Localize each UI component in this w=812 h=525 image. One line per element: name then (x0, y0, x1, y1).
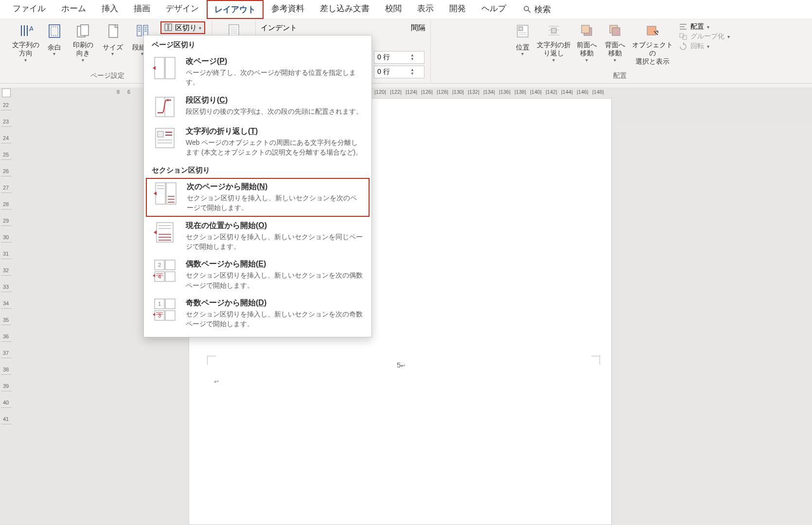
tab-view[interactable]: 表示 (409, 0, 441, 19)
orientation-button[interactable]: 印刷の 向き▾ (67, 20, 99, 63)
break-page-thumb-icon (152, 56, 178, 80)
group-button[interactable]: グループ化▾ (679, 32, 730, 41)
svg-rect-17 (169, 24, 172, 31)
tab-home[interactable]: ホーム (53, 0, 94, 19)
group-icon (679, 33, 688, 40)
break-next-page-thumb-icon (153, 182, 179, 205)
position-icon (514, 22, 531, 39)
breaks-icon (164, 23, 173, 32)
send-backward-button[interactable]: 背面へ 移動▾ (601, 20, 629, 63)
tab-layout[interactable]: レイアウト (207, 0, 264, 19)
breaks-dropdown: ページ区切り 改ページ(P) ページが終了し、次のページが開始する位置を指定しま… (143, 35, 372, 337)
tab-developer[interactable]: 開発 (441, 0, 474, 19)
spacing-after-input[interactable] (374, 67, 410, 77)
tab-draw[interactable]: 描画 (126, 0, 158, 19)
svg-rect-43 (165, 57, 175, 79)
svg-rect-9 (143, 25, 148, 36)
size-label: サイズ (103, 43, 123, 52)
bring-forward-icon (579, 22, 595, 39)
align-icon (679, 23, 688, 31)
margins-icon (46, 22, 63, 39)
svg-rect-67 (165, 260, 175, 270)
wrap-text-icon (546, 22, 562, 39)
spacing-after-spinner[interactable]: ▲▼ (374, 66, 424, 78)
chevron-down-icon: ▾ (199, 25, 201, 31)
dropdown-header-section-breaks: セクション区切り (144, 161, 371, 178)
svg-rect-16 (165, 24, 168, 31)
tab-file[interactable]: ファイル (5, 0, 53, 19)
search-box[interactable]: 検索 (523, 4, 551, 15)
selection-pane-icon (644, 22, 661, 39)
break-text-wrap-item[interactable]: 文字列の折り返し(T) Web ページのオブジェクトの周囲にある文字列を分離しま… (144, 122, 371, 161)
search-label: 検索 (534, 4, 551, 15)
svg-point-0 (524, 6, 529, 11)
svg-rect-24 (519, 27, 523, 31)
svg-rect-72 (165, 272, 175, 281)
svg-rect-36 (647, 26, 656, 35)
group-caption-arrange: 配置 (613, 70, 627, 83)
break-column-item[interactable]: 段区切り(C) 段区切りの後の文字列は、次の段の先頭に配置されます。 (144, 91, 371, 122)
text-direction-button[interactable]: A 文字列の 方向▾ (10, 20, 42, 63)
position-button[interactable]: 位置▾ (511, 20, 535, 59)
svg-rect-4 (51, 27, 58, 35)
break-odd-page-item[interactable]: 13 奇数ページから開始(D) セクション区切りを挿入し、新しいセクションを次の… (144, 294, 371, 333)
svg-rect-33 (582, 25, 589, 33)
svg-text:2: 2 (158, 262, 161, 268)
spacing-before-spinner[interactable]: ▲▼ (374, 51, 424, 64)
ruler-corner-icon (2, 88, 11, 97)
ruler-vertical[interactable]: 2223242526272829303132333435363738394041 (0, 98, 13, 525)
margins-label: 余白 (48, 43, 61, 52)
svg-rect-47 (158, 131, 163, 137)
spinner-down-icon[interactable]: ▼ (410, 72, 419, 76)
svg-text:A: A (29, 25, 33, 33)
breaks-button[interactable]: 区切り ▾ (160, 21, 205, 34)
svg-rect-80 (165, 311, 175, 320)
tab-mailings[interactable]: 差し込み文書 (312, 0, 377, 19)
tab-design[interactable]: デザイン (158, 0, 207, 19)
svg-rect-53 (166, 183, 176, 204)
break-next-page-item[interactable]: 次のページから開始(N) セクション区切りを挿入し、新しいセクションを次のページ… (146, 178, 370, 217)
break-odd-page-thumb-icon: 13 (152, 298, 178, 321)
size-button[interactable]: サイズ▾ (99, 20, 126, 59)
svg-text:4: 4 (158, 274, 161, 280)
svg-text:3: 3 (158, 313, 161, 318)
tab-references[interactable]: 参考資料 (264, 0, 312, 19)
bring-forward-label: 前面へ 移動 (577, 41, 597, 57)
rotate-label: 回転 (690, 42, 704, 51)
break-column-thumb-icon (152, 95, 178, 119)
align-label: 配置 (690, 22, 704, 31)
svg-rect-3 (49, 25, 60, 37)
tab-review[interactable]: 校閲 (377, 0, 409, 19)
svg-line-1 (528, 10, 530, 13)
orientation-label: 印刷の 向き (73, 41, 93, 57)
selection-pane-button[interactable]: オブジェクトの 選択と表示 (629, 20, 676, 65)
document-canvas[interactable]: 5↩ ↩ (13, 98, 812, 525)
break-even-page-item[interactable]: 24 偶数ページから開始(E) セクション区切りを挿入し、新しいセクションを次の… (144, 255, 371, 294)
dropdown-header-page-breaks: ページ区切り (144, 35, 371, 52)
wrap-text-button[interactable]: 文字列の折 り返し▾ (535, 20, 573, 63)
break-text-wrap-thumb-icon (152, 126, 178, 150)
ruler-horizontal[interactable]: 86|120||122||124||126||128||130||132||13… (0, 88, 812, 98)
break-page-item[interactable]: 改ページ(P) ページが終了し、次のページが開始する位置を指定します。 (144, 52, 371, 91)
tab-help[interactable]: ヘルプ (474, 0, 514, 19)
svg-text:1: 1 (158, 301, 161, 307)
group-label: グループ化 (690, 32, 724, 41)
break-even-page-thumb-icon: 24 (152, 259, 178, 282)
margins-button[interactable]: 余白▾ (42, 20, 67, 59)
position-label: 位置 (516, 43, 530, 52)
selection-pane-label: オブジェクトの 選択と表示 (630, 41, 675, 65)
tab-insert[interactable]: 挿入 (94, 0, 126, 19)
text-direction-icon: A (18, 22, 34, 39)
align-button[interactable]: 配置▾ (679, 22, 730, 31)
spinner-down-icon[interactable]: ▼ (410, 57, 419, 61)
spacing-before-input[interactable] (374, 52, 410, 62)
spacing-header: 間隔 (411, 20, 427, 33)
wrap-text-label: 文字列の折 り返し (537, 41, 571, 57)
group-arrange: 位置▾ 文字列の折 り返し▾ 前面へ 移動▾ 背面へ 移動▾ (431, 20, 809, 83)
break-continuous-thumb-icon (152, 221, 178, 244)
indent-header: インデント (259, 20, 297, 33)
bring-forward-button[interactable]: 前面へ 移動▾ (573, 20, 601, 63)
break-continuous-item[interactable]: 現在の位置から開始(O) セクション区切りを挿入し、新しいセクションを同じページ… (144, 217, 371, 256)
svg-rect-75 (165, 299, 175, 309)
rotate-button[interactable]: 回転▾ (679, 42, 730, 51)
